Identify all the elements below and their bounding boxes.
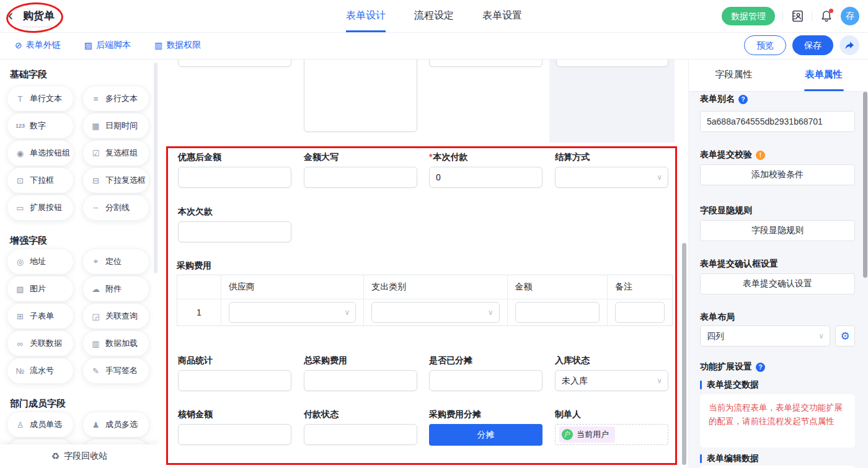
pill-multi-text[interactable]: ≡多行文本 bbox=[83, 86, 149, 111]
pill-member-multi[interactable]: ♟成员多选 bbox=[83, 412, 149, 437]
image-icon: ▧ bbox=[15, 285, 25, 294]
canvas-scrollbar[interactable] bbox=[682, 243, 686, 465]
divider bbox=[812, 11, 812, 21]
pill-serial-number[interactable]: №流水号 bbox=[7, 358, 73, 383]
location-icon: ⌖ bbox=[91, 257, 101, 267]
user-avatar[interactable]: 存 bbox=[841, 7, 859, 25]
pill-member-single[interactable]: ♙成员单选 bbox=[7, 412, 73, 437]
share-arrow-icon bbox=[844, 40, 855, 51]
pill-location[interactable]: ⌖定位 bbox=[83, 249, 149, 274]
data-permission-link[interactable]: ▥ 数据权限 bbox=[154, 40, 201, 51]
pill-address[interactable]: ◎地址 bbox=[7, 249, 73, 274]
pill-single-text[interactable]: T单行文本 bbox=[7, 86, 73, 111]
supplier-select[interactable]: ∨ bbox=[229, 302, 356, 323]
visibility-rule-button[interactable]: 字段显隐规则 bbox=[700, 220, 855, 241]
save-button[interactable]: 保存 bbox=[792, 35, 833, 55]
allocate-button[interactable]: 分摊 bbox=[429, 424, 542, 446]
field-amount-words[interactable] bbox=[304, 167, 417, 188]
add-check-condition-button[interactable]: 添加校验条件 bbox=[700, 164, 855, 185]
section-enhanced-fields: 增强字段 bbox=[10, 235, 47, 247]
pill-radio-group[interactable]: ◉单选按钮组 bbox=[7, 141, 73, 166]
field-discount-amount[interactable] bbox=[178, 167, 291, 188]
address-pin-icon: ◎ bbox=[15, 257, 25, 267]
pill-relation-query[interactable]: ◲关联查询 bbox=[83, 304, 149, 329]
remark-input[interactable] bbox=[615, 302, 665, 323]
tab-flow-setting[interactable]: 流程设定 bbox=[414, 0, 454, 32]
serial-number-icon: № bbox=[15, 366, 25, 376]
warning-icon[interactable]: ! bbox=[756, 151, 765, 160]
form-alias-input[interactable] bbox=[700, 111, 855, 132]
field-current-debt[interactable] bbox=[178, 221, 291, 242]
field-writeoff-amount[interactable] bbox=[178, 424, 291, 445]
select-icon: ⊡ bbox=[15, 176, 25, 185]
form-layout-select[interactable]: 四列 ∨ bbox=[700, 325, 830, 347]
field-creator-label: 制单人 bbox=[555, 409, 581, 420]
partial-input[interactable] bbox=[178, 59, 291, 67]
pill-number[interactable]: 123数字 bbox=[7, 113, 73, 138]
people-icon: ♟ bbox=[91, 420, 101, 430]
window-scrollbar[interactable] bbox=[863, 92, 867, 278]
data-manage-button[interactable]: 数据管理 bbox=[722, 7, 775, 25]
panel-tabs: 字段属性 表单属性 bbox=[689, 59, 868, 92]
field-settlement-method[interactable]: ∨ bbox=[555, 167, 668, 188]
tab-field-properties[interactable]: 字段属性 bbox=[689, 59, 779, 91]
visibility-rule-label: 字段显隐规则 bbox=[700, 205, 752, 216]
pill-select[interactable]: ⊡下拉框 bbox=[7, 168, 73, 193]
contact-book-icon[interactable] bbox=[790, 9, 804, 23]
field-is-allocated-label: 是否已分摊 bbox=[429, 355, 472, 366]
pill-multi-select[interactable]: ⊟下拉复选框 bbox=[83, 168, 149, 193]
layout-gear-button[interactable]: ⚙ bbox=[835, 325, 855, 347]
pill-checkbox-group[interactable]: ☑复选框组 bbox=[83, 141, 149, 166]
tab-form-design[interactable]: 表单设计 bbox=[346, 0, 386, 32]
page-title[interactable]: 购货单 bbox=[23, 9, 55, 23]
pill-data-load[interactable]: ▥数据加载 bbox=[83, 331, 149, 356]
pill-image[interactable]: ▧图片 bbox=[7, 276, 73, 301]
chevron-down-icon: ∨ bbox=[657, 167, 662, 187]
field-creator[interactable]: 户 当前用户 bbox=[555, 424, 668, 445]
radio-icon: ◉ bbox=[15, 149, 25, 158]
preview-button[interactable]: 预览 bbox=[744, 35, 786, 55]
field-goods-stats[interactable] bbox=[178, 370, 291, 391]
field-total-purchase-cost[interactable] bbox=[304, 370, 417, 391]
field-payment-status[interactable] bbox=[304, 424, 417, 445]
chevron-down-icon: ∨ bbox=[818, 326, 824, 346]
section-bar bbox=[700, 454, 702, 463]
partial-input[interactable] bbox=[556, 59, 668, 67]
field-library-sidebar: 基础字段 T单行文本 ≡多行文本 123数字 ▦日期时间 ◉单选按钮组 ☑复选框… bbox=[0, 59, 159, 468]
partial-input[interactable] bbox=[429, 59, 542, 67]
recycle-icon: ♻ bbox=[51, 451, 60, 462]
share-button[interactable] bbox=[839, 35, 859, 55]
help-icon[interactable]: ? bbox=[738, 95, 748, 104]
pill-extend-button[interactable]: ▭扩展按钮 bbox=[7, 195, 73, 220]
toolbar-actions: 预览 保存 bbox=[744, 35, 859, 55]
field-current-payment[interactable] bbox=[429, 167, 542, 188]
form-external-link[interactable]: ⊘ 表单外链 bbox=[15, 40, 61, 51]
submit-check-label: 表单提交校验 ! bbox=[700, 149, 765, 161]
checkbox-icon: ☑ bbox=[91, 149, 101, 158]
form-design-canvas: 优惠后金额 金额大写 *本次付款 结算方式 ∨ 本次欠款 采购费用 供应商 支出… bbox=[159, 59, 688, 468]
chevron-down-icon: ∨ bbox=[488, 302, 494, 322]
tab-form-properties[interactable]: 表单属性 bbox=[779, 59, 868, 91]
partial-textarea[interactable] bbox=[304, 59, 417, 132]
subform-icon: ⊞ bbox=[15, 312, 25, 321]
pill-subform[interactable]: ⊞子表单 bbox=[7, 304, 73, 329]
notification-bell-icon[interactable] bbox=[820, 9, 833, 23]
pill-signature[interactable]: ✎手写签名 bbox=[83, 358, 149, 383]
submit-confirm-button[interactable]: 表单提交确认设置 bbox=[700, 273, 855, 294]
field-recycle-bin[interactable]: ♻ 字段回收站 bbox=[0, 444, 159, 468]
field-storage-status[interactable]: 未入库∨ bbox=[555, 370, 668, 391]
form-toolbar: ⊘ 表单外链 ▨ 后端脚本 ▥ 数据权限 预览 保存 bbox=[0, 32, 868, 60]
field-is-allocated[interactable] bbox=[429, 370, 542, 391]
pill-relation-data[interactable]: ∞关联数据 bbox=[7, 331, 73, 356]
amount-input[interactable] bbox=[515, 302, 600, 323]
back-icon[interactable]: ‹ bbox=[8, 7, 13, 24]
pill-attachment[interactable]: ☁附件 bbox=[83, 276, 149, 301]
pill-datetime[interactable]: ▦日期时间 bbox=[83, 113, 149, 138]
pill-divider[interactable]: ╌分割线 bbox=[83, 195, 149, 220]
sidebar-scrollbar[interactable] bbox=[154, 63, 157, 273]
expense-type-select[interactable]: ∨ bbox=[371, 302, 499, 323]
backend-script-link[interactable]: ▨ 后端脚本 bbox=[84, 40, 131, 51]
help-icon[interactable]: ? bbox=[756, 363, 765, 372]
tab-form-setting[interactable]: 表单设置 bbox=[482, 0, 522, 32]
toolbar-links: ⊘ 表单外链 ▨ 后端脚本 ▥ 数据权限 bbox=[15, 32, 201, 58]
